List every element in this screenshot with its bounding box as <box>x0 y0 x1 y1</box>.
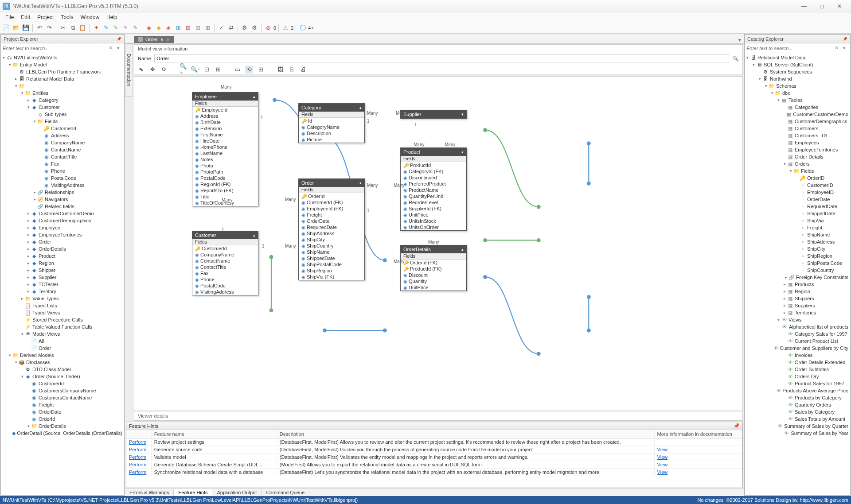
tree-item[interactable]: ◉CustomersContactName <box>1 394 124 401</box>
tree-item[interactable]: ⚙System Sequences <box>745 68 850 75</box>
tree-item[interactable]: 👁Summary of Sales by Year <box>745 430 850 437</box>
check-icon[interactable]: ✓ <box>217 23 226 32</box>
bottom-tab[interactable]: Command Queue <box>262 489 309 496</box>
grid1-icon[interactable]: ⊞ <box>174 23 183 32</box>
fit-icon[interactable]: ⊡ <box>203 66 211 74</box>
collapse-icon[interactable]: ▴ <box>253 94 255 99</box>
entity-orderdetails[interactable]: OrderDetails▴Fields🔑OrderId (FK)🔑Product… <box>400 245 467 291</box>
tree-item[interactable]: ◉ContactTitle <box>1 153 124 160</box>
entity-supplier[interactable]: Supplier▾ <box>400 110 467 119</box>
tree-item[interactable]: ▸◆Order <box>1 238 124 245</box>
tree-item[interactable]: ▫ShipPostalCode <box>745 260 850 267</box>
tree-item[interactable]: 📄All <box>1 337 124 345</box>
tree-item[interactable]: ▾◆Customer <box>1 104 124 111</box>
tree-item[interactable]: ▸▦Territories <box>745 309 850 316</box>
tree-item[interactable]: ◉Phone <box>1 167 124 174</box>
tree-item[interactable]: ▸◆CustomerDemographics <box>1 217 124 224</box>
paste-icon[interactable]: 📋 <box>78 23 87 32</box>
collapse-icon[interactable]: ▴ <box>359 181 362 185</box>
link[interactable]: Perform <box>126 454 151 461</box>
link[interactable]: Perform <box>126 438 151 446</box>
tree-item[interactable]: ▸◆Territory <box>1 288 124 295</box>
tree-item[interactable]: ▾🗄Northwind <box>745 75 850 82</box>
tree-item[interactable]: ▸◆Supplier <box>1 274 124 281</box>
tree-item[interactable]: ▸🔗Foreign Key Constraints <box>745 274 850 281</box>
info-badge-icon[interactable]: ⓘ <box>298 23 307 32</box>
tree-item[interactable]: 👁Order Subtotals <box>745 366 850 373</box>
tree-item[interactable]: ▸◆TCTester <box>1 281 124 288</box>
tree-item[interactable]: ▦Employees <box>745 139 850 146</box>
menu-edit[interactable]: Edit <box>17 13 34 21</box>
tree-item[interactable]: ▸🔗Relationships <box>1 189 124 196</box>
entity-employee[interactable]: Employee▴Fields🔑EmployeeId◉Address◉Birth… <box>192 92 258 206</box>
tree-item[interactable]: ▸◆CustomerCustomerDemo <box>1 210 124 217</box>
catalog-tree[interactable]: ▾🗄Relational Model Data▾🖥SQL Server (Sql… <box>745 53 850 495</box>
tree-item[interactable]: ◉PostalCode <box>1 174 124 182</box>
link[interactable]: View <box>654 461 742 469</box>
tree-item[interactable]: ▫OrderDate <box>745 196 850 203</box>
tree-item[interactable]: ◉Freight <box>1 401 124 408</box>
tree-item[interactable]: ▸◆EmployeeTerritories <box>1 231 124 238</box>
tree-item[interactable]: ▸📁Value Types <box>1 295 124 302</box>
diagram-canvas[interactable]: Employee▴Fields🔑EmployeeId◉Address◉Birth… <box>134 76 743 411</box>
tree-item[interactable]: ▸🧭Navigators <box>1 196 124 203</box>
tree-item[interactable]: ▾🗄Relational Model Data <box>745 54 850 61</box>
search-dd2-icon[interactable]: ▾ <box>840 44 848 52</box>
tree-item[interactable]: ▸◆Product <box>1 252 124 260</box>
tree-item[interactable]: ⚡Table Valued Function Calls <box>1 323 124 330</box>
tree-item[interactable]: 📋Typed Lists <box>1 302 124 309</box>
project-tree[interactable]: ▾🗂NWUnitTestWithVTs▾📁Entity Model⚙LLBLGe… <box>1 53 124 495</box>
tree-item[interactable]: ▾📁Entity Model <box>1 61 124 68</box>
new-icon[interactable]: 📄 <box>2 23 11 32</box>
tree-item[interactable]: ⚡Stored Procedure Calls <box>1 316 124 323</box>
link[interactable]: Perform <box>126 469 151 476</box>
menu-help[interactable]: Help <box>103 13 121 21</box>
gear2-icon[interactable]: ⚙ <box>250 23 259 32</box>
viewer-details[interactable]: Viewer details <box>134 411 743 421</box>
menu-project[interactable]: Project <box>34 13 57 21</box>
tree-item[interactable]: ◉ContactName <box>1 146 124 153</box>
tree-item[interactable]: ▸◆Shipper <box>1 267 124 274</box>
tree-item[interactable]: 👁Category Sales for 1997 <box>745 330 850 337</box>
warn-badge-icon[interactable]: ⚠ <box>281 23 290 32</box>
grid2-icon[interactable]: ⊞ <box>183 23 192 32</box>
panel-pin3-icon[interactable]: 📌 <box>843 37 847 41</box>
fitall-icon[interactable]: ⊞ <box>214 66 222 74</box>
sync-icon[interactable]: ⇄ <box>226 23 235 32</box>
tree-item[interactable]: ▾📁Derived Models <box>1 352 124 359</box>
tree-item[interactable]: 👁Products by Category <box>745 394 850 401</box>
tree-item[interactable]: ◆OrderDetail (Source: OrderDetails (Orde… <box>1 430 124 437</box>
tree-item[interactable]: ▫Freight <box>745 224 850 231</box>
entity-customer[interactable]: Customer▴Fields🔑CustomerId◉CompanyName◉C… <box>192 231 258 295</box>
tree-item[interactable]: ▦Order Details <box>745 153 850 160</box>
bottom-tab[interactable]: Feature Hints <box>174 489 212 496</box>
tree-item[interactable]: ▾▦Tables <box>745 97 850 104</box>
entity-category[interactable]: Category▴Fields🔑Id◉CategoryName◉Descript… <box>298 103 365 143</box>
undo-icon[interactable]: ↶ <box>35 23 44 32</box>
tree-item[interactable]: ▾📁Schemas <box>745 82 850 89</box>
tree-item[interactable]: ◉OrderId <box>1 415 124 423</box>
edit3-icon[interactable]: ✎ <box>121 23 130 32</box>
maximize-button[interactable]: ◻ <box>813 2 831 11</box>
grid3-icon[interactable]: ⊞ <box>193 23 202 32</box>
tree-item[interactable]: 📋Typed Views <box>1 309 124 316</box>
zoomout-icon[interactable]: 🔍- <box>191 66 199 74</box>
tree-item[interactable]: ▾👁Views <box>745 316 850 323</box>
open-icon[interactable]: 📂 <box>12 23 20 32</box>
edit-icon[interactable]: ✎ <box>101 23 110 32</box>
tree-item[interactable]: ⚙DTO Class Model <box>1 366 124 373</box>
collapse-icon[interactable]: ▴ <box>359 105 362 110</box>
tree-item[interactable]: ▸◆OrderDetails <box>1 245 124 252</box>
copy-icon[interactable]: ⧉ <box>68 23 77 32</box>
tree-item[interactable]: ▸▦Shippers <box>745 295 850 302</box>
menu-window[interactable]: Window <box>77 13 103 21</box>
move-icon[interactable]: ✥ <box>148 66 156 74</box>
edit4-icon[interactable]: ✎ <box>131 23 140 32</box>
bullet1-icon[interactable]: ◈ <box>144 23 153 32</box>
tree-item[interactable]: 👁Products Above Average Price <box>745 387 850 394</box>
grid-icon[interactable]: ⊞ <box>257 66 265 74</box>
tree-item[interactable]: ▫EmployeeID <box>745 189 850 196</box>
tab-overflow-icon[interactable]: ▾ <box>736 37 744 43</box>
minimize-button[interactable]: — <box>795 2 813 11</box>
rect-icon[interactable]: ▭ <box>234 66 242 74</box>
